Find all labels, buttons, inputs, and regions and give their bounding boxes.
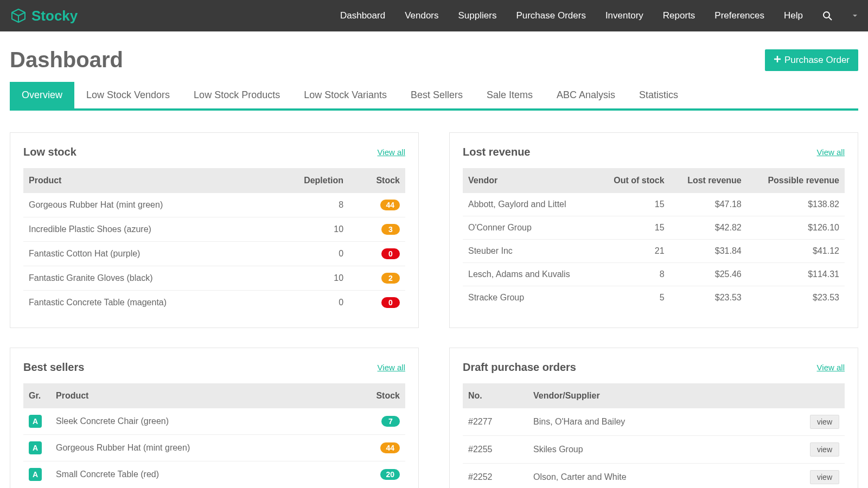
stock-pill: 3	[381, 224, 400, 235]
view-button[interactable]: view	[810, 470, 839, 484]
cell-stock: 7	[337, 408, 405, 435]
cell-action: view	[756, 436, 845, 464]
cell-depletion: 10	[266, 266, 349, 291]
nav-inventory[interactable]: Inventory	[605, 10, 643, 21]
cell-stock: 0	[349, 242, 405, 266]
cell-lost-revenue: $47.18	[670, 193, 747, 216]
cell-vendor: O'Conner Group	[463, 216, 597, 240]
brand-name: Stocky	[31, 8, 78, 24]
grade-badge: A	[29, 468, 42, 481]
add-purchase-order-button[interactable]: Purchase Order	[765, 49, 858, 71]
table-row: ASleek Concrete Chair (green)7	[23, 408, 405, 435]
table-row: Fantastic Cotton Hat (purple)00	[23, 242, 405, 266]
cell-out-of-stock: 5	[597, 286, 670, 310]
tab-overview[interactable]: Overview	[10, 82, 74, 108]
nav-items: Dashboard Vendors Suppliers Purchase Ord…	[340, 10, 858, 21]
cell-action: view	[756, 408, 845, 436]
view-button[interactable]: view	[810, 415, 839, 429]
nav-reports[interactable]: Reports	[663, 10, 695, 21]
cell-product: Incredible Plastic Shoes (azure)	[23, 217, 266, 242]
cell-out-of-stock: 15	[597, 216, 670, 240]
cell-possible-revenue: $41.12	[747, 240, 845, 263]
card-header: Draft purchase orders View all	[463, 361, 845, 374]
view-all-link[interactable]: View all	[817, 147, 845, 157]
search-icon[interactable]	[822, 11, 832, 21]
card-header: Lost revenue View all	[463, 146, 845, 158]
col-depletion: Depletion	[266, 168, 349, 193]
tabs: Overview Low Stock Vendors Low Stock Pro…	[10, 82, 858, 111]
cell-vendor: Abbott, Gaylord and Littel	[463, 193, 597, 216]
view-all-link[interactable]: View all	[378, 147, 405, 157]
table-row: Abbott, Gaylord and Littel15$47.18$138.8…	[463, 193, 845, 216]
grade-badge: A	[29, 441, 42, 454]
cell-out-of-stock: 8	[597, 263, 670, 286]
primary-button-label: Purchase Order	[784, 55, 850, 66]
card-header: Best sellers View all	[23, 361, 405, 374]
brand[interactable]: Stocky	[10, 7, 78, 24]
cell-vendor: Steuber Inc	[463, 240, 597, 263]
nav-vendors[interactable]: Vendors	[405, 10, 438, 21]
cell-out-of-stock: 15	[597, 193, 670, 216]
cell-depletion: 8	[266, 193, 349, 217]
col-vendor: Vendor	[463, 168, 597, 193]
cell-depletion: 0	[266, 291, 349, 315]
table-row: #2277Bins, O'Hara and Baileyview	[463, 408, 845, 436]
cell-product: Fantastic Concrete Table (magenta)	[23, 291, 266, 315]
tab-statistics[interactable]: Statistics	[627, 82, 690, 108]
cell-vendor: Skiles Group	[528, 436, 756, 464]
nav-preferences[interactable]: Preferences	[714, 10, 764, 21]
cell-product: Sleek Concrete Chair (green)	[50, 408, 337, 435]
caret-down-icon[interactable]	[852, 12, 858, 19]
tab-best-sellers[interactable]: Best Sellers	[399, 82, 475, 108]
card-best-sellers: Best sellers View all Gr. Product Stock …	[10, 348, 419, 488]
cell-product: Gorgeous Rubber Hat (mint green)	[23, 193, 266, 217]
cell-grade: A	[23, 461, 50, 488]
cell-no: #2255	[463, 436, 528, 464]
cell-no: #2252	[463, 464, 528, 489]
cell-stock: 44	[337, 435, 405, 461]
table-row: #2252Olson, Carter and Whiteview	[463, 464, 845, 489]
nav-dashboard[interactable]: Dashboard	[340, 10, 385, 21]
table-row: Lesch, Adams and Kuvalis8$25.46$114.31	[463, 263, 845, 286]
tab-sale-items[interactable]: Sale Items	[475, 82, 545, 108]
col-out-of-stock: Out of stock	[597, 168, 670, 193]
cell-stock: 20	[337, 461, 405, 488]
card-title: Lost revenue	[463, 146, 530, 158]
cell-lost-revenue: $23.53	[670, 286, 747, 310]
nav-help[interactable]: Help	[784, 10, 803, 21]
col-stock: Stock	[349, 168, 405, 193]
low-stock-table: Product Depletion Stock Gorgeous Rubber …	[23, 168, 405, 314]
tabs-container: Overview Low Stock Vendors Low Stock Pro…	[0, 82, 868, 111]
cell-lost-revenue: $31.84	[670, 240, 747, 263]
card-title: Low stock	[23, 146, 76, 158]
page-title: Dashboard	[10, 48, 123, 72]
col-no: No.	[463, 383, 528, 408]
col-possible-revenue: Possible revenue	[747, 168, 845, 193]
view-button[interactable]: view	[810, 442, 839, 457]
nav-suppliers[interactable]: Suppliers	[458, 10, 497, 21]
cell-possible-revenue: $23.53	[747, 286, 845, 310]
stock-pill: 0	[381, 297, 400, 308]
tab-low-stock-variants[interactable]: Low Stock Variants	[292, 82, 399, 108]
cell-vendor: Stracke Group	[463, 286, 597, 310]
col-grade: Gr.	[23, 383, 50, 408]
table-row: Fantastic Granite Gloves (black)102	[23, 266, 405, 291]
view-all-link[interactable]: View all	[378, 363, 405, 372]
cell-grade: A	[23, 435, 50, 461]
table-row: Incredible Plastic Shoes (azure)103	[23, 217, 405, 242]
plus-icon	[774, 55, 781, 66]
grade-badge: A	[29, 415, 42, 428]
tab-low-stock-products[interactable]: Low Stock Products	[182, 82, 292, 108]
view-all-link[interactable]: View all	[817, 363, 845, 372]
col-actions	[756, 383, 845, 408]
tab-low-stock-vendors[interactable]: Low Stock Vendors	[74, 82, 182, 108]
nav-purchase-orders[interactable]: Purchase Orders	[516, 10, 586, 21]
col-vendor-supplier: Vendor/Supplier	[528, 383, 756, 408]
cell-depletion: 10	[266, 217, 349, 242]
stock-pill: 20	[380, 469, 400, 480]
table-row: AGorgeous Rubber Hat (mint green)44	[23, 435, 405, 461]
brand-box-icon	[10, 7, 27, 24]
tab-abc-analysis[interactable]: ABC Analysis	[545, 82, 627, 108]
lost-revenue-table: Vendor Out of stock Lost revenue Possibl…	[463, 168, 845, 309]
best-sellers-table: Gr. Product Stock ASleek Concrete Chair …	[23, 383, 405, 487]
